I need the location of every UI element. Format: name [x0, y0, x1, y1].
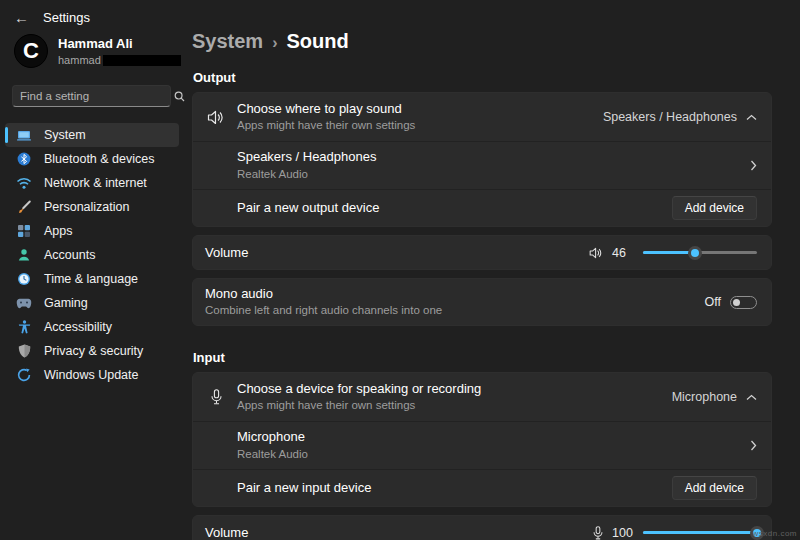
pair-input-label: Pair a new input device — [237, 480, 371, 497]
add-input-device-button[interactable]: Add device — [672, 476, 757, 500]
add-output-device-button[interactable]: Add device — [672, 196, 757, 220]
sidebar-item-personalization[interactable]: Personalization — [5, 195, 179, 219]
input-picker-title: Choose a device for speaking or recordin… — [237, 381, 672, 398]
page-title: Sound — [286, 30, 348, 53]
windows-update-icon — [16, 367, 32, 383]
back-button[interactable]: ← — [14, 10, 29, 25]
input-volume-label: Volume — [205, 525, 248, 540]
input-section-label: Input — [193, 350, 772, 365]
bluetooth-icon — [16, 151, 32, 167]
network-icon — [16, 175, 32, 191]
sidebar-item-privacy-security[interactable]: Privacy & security — [5, 339, 179, 363]
output-device-name: Speakers / Headphones — [237, 149, 750, 166]
mono-audio-card: Mono audio Combine left and right audio … — [192, 278, 772, 326]
microphone-icon — [205, 389, 227, 405]
pair-output-device-row: Pair a new output device Add device — [193, 189, 771, 226]
pair-output-label: Pair a new output device — [237, 200, 379, 217]
mono-audio-state: Off — [705, 295, 721, 309]
output-device-row[interactable]: Speakers / Headphones Realtek Audio — [193, 141, 771, 189]
privacy-icon — [16, 343, 32, 359]
output-device-value: Speakers / Headphones — [603, 110, 737, 124]
accounts-icon — [16, 247, 32, 263]
user-email: hammad — [58, 54, 101, 66]
input-volume-row: Volume 100 — [193, 516, 771, 540]
input-device-picker-row[interactable]: Choose a device for speaking or recordin… — [193, 373, 771, 421]
apps-icon — [16, 223, 32, 239]
pair-input-device-row: Pair a new input device Add device — [193, 469, 771, 506]
output-volume-row: Volume 46 — [193, 236, 771, 269]
output-picker-title: Choose where to play sound — [237, 101, 603, 118]
chevron-up-icon — [746, 114, 757, 121]
input-volume-value: 100 — [612, 526, 634, 540]
breadcrumb-system[interactable]: System — [192, 30, 263, 53]
selection-accent-bar — [5, 127, 8, 143]
input-volume-slider[interactable] — [643, 526, 757, 540]
titlebar: ← Settings — [14, 10, 90, 25]
input-picker-subtitle: Apps might have their own settings — [237, 398, 672, 413]
system-icon — [16, 127, 32, 143]
input-device-card: Choose a device for speaking or recordin… — [192, 372, 772, 507]
mono-audio-subtitle: Combine left and right audio channels in… — [205, 303, 705, 318]
sidebar-nav: System Bluetooth & devices Network & int… — [0, 123, 185, 387]
output-volume-slider[interactable] — [643, 246, 757, 260]
sidebar-item-bluetooth-devices[interactable]: Bluetooth & devices — [5, 147, 179, 171]
output-volume-card: Volume 46 — [192, 235, 772, 270]
sidebar-item-gaming[interactable]: Gaming — [5, 291, 179, 315]
input-device-name: Microphone — [237, 429, 750, 446]
search-input[interactable] — [20, 90, 174, 102]
sidebar-item-system[interactable]: System — [5, 123, 179, 147]
sidebar-item-accounts[interactable]: Accounts — [5, 243, 179, 267]
mono-audio-row: Mono audio Combine left and right audio … — [193, 279, 771, 325]
user-account[interactable]: C Hammad Ali hammad — [0, 30, 185, 68]
microphone-small-icon[interactable] — [593, 526, 603, 540]
chevron-right-icon — [750, 160, 757, 171]
accessibility-icon — [16, 319, 32, 335]
output-picker-subtitle: Apps might have their own settings — [237, 118, 603, 133]
output-section-label: Output — [193, 70, 772, 85]
time-language-icon — [16, 271, 32, 287]
sidebar-item-label: System — [44, 128, 86, 142]
sidebar-item-accessibility[interactable]: Accessibility — [5, 315, 179, 339]
gaming-icon — [16, 295, 32, 311]
output-volume-value: 46 — [612, 246, 634, 260]
watermark: wsxdn.com — [752, 529, 797, 538]
chevron-right-icon — [750, 440, 757, 451]
sidebar-item-windows-update[interactable]: Windows Update — [5, 363, 179, 387]
sidebar-item-network-internet[interactable]: Network & internet — [5, 171, 179, 195]
sidebar: C Hammad Ali hammad System Blu — [0, 30, 185, 540]
chevron-up-icon — [746, 394, 757, 401]
speaker-icon — [205, 110, 227, 125]
output-device-detail: Realtek Audio — [237, 167, 750, 182]
input-volume-card: Volume 100 — [192, 515, 772, 540]
output-device-picker-row[interactable]: Choose where to play sound Apps might ha… — [193, 93, 771, 141]
mono-audio-toggle[interactable] — [730, 296, 757, 309]
search-icon — [174, 91, 185, 102]
slider-thumb[interactable] — [688, 246, 702, 260]
personalization-icon — [16, 199, 32, 215]
avatar: C — [14, 34, 48, 68]
input-device-detail: Realtek Audio — [237, 447, 750, 462]
sidebar-item-time-language[interactable]: Time & language — [5, 267, 179, 291]
user-name: Hammad Ali — [58, 36, 181, 52]
search-box[interactable] — [12, 85, 171, 107]
mono-audio-title: Mono audio — [205, 286, 705, 303]
breadcrumb-separator: › — [272, 34, 277, 52]
breadcrumb: System › Sound — [192, 30, 772, 53]
output-device-card: Choose where to play sound Apps might ha… — [192, 92, 772, 227]
input-device-row[interactable]: Microphone Realtek Audio — [193, 421, 771, 469]
sidebar-item-apps[interactable]: Apps — [5, 219, 179, 243]
speaker-small-icon[interactable] — [589, 247, 603, 259]
app-title: Settings — [43, 10, 90, 25]
input-device-value: Microphone — [672, 390, 737, 404]
email-redaction-bar — [103, 55, 181, 66]
main-pane: System › Sound Output Choose where to pl… — [185, 0, 800, 540]
output-volume-label: Volume — [205, 245, 248, 260]
